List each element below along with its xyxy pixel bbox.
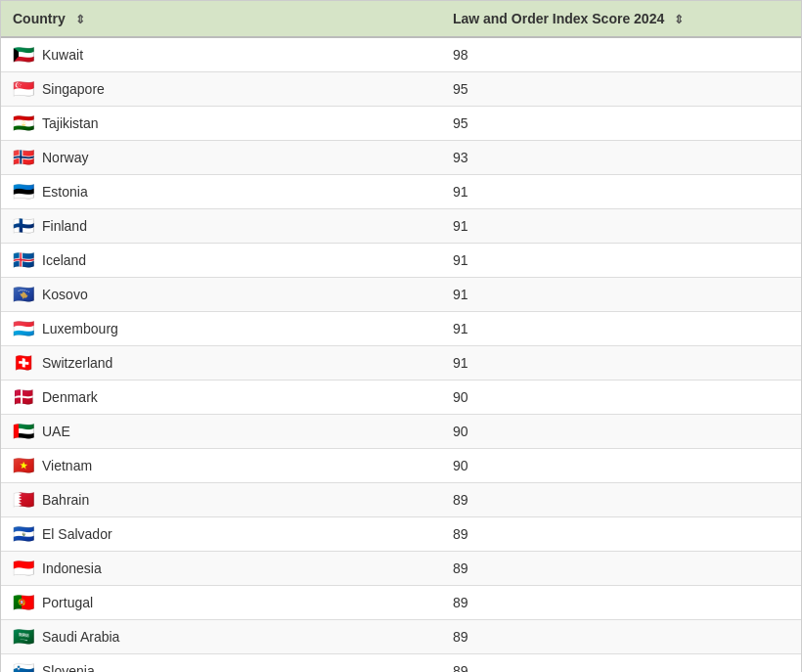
table-row: 🇫🇮 Finland 91 — [1, 209, 801, 244]
score-cell: 89 — [441, 552, 801, 586]
table-row: 🇦🇪 UAE 90 — [1, 415, 801, 449]
country-cell: 🇨🇭 Switzerland — [1, 346, 441, 381]
country-flag: 🇻🇳 — [13, 459, 34, 472]
score-cell: 89 — [441, 517, 801, 552]
country-flag: 🇽🇰 — [13, 288, 34, 301]
table-row: 🇸🇻 El Salvador 89 — [1, 517, 801, 552]
table-row: 🇩🇰 Denmark 90 — [1, 381, 801, 415]
law-order-table: Country ⇕ Law and Order Index Score 2024… — [1, 1, 801, 672]
country-cell: 🇧🇭 Bahrain — [1, 483, 441, 517]
country-name: Singapore — [42, 81, 105, 97]
country-flag: 🇩🇰 — [13, 390, 34, 404]
country-cell: 🇸🇻 El Salvador — [1, 517, 441, 552]
country-name: Iceland — [42, 252, 86, 268]
table-row: 🇻🇳 Vietnam 90 — [1, 449, 801, 483]
table-row: 🇪🇪 Estonia 91 — [1, 175, 801, 209]
country-cell: 🇸🇮 Slovenia — [1, 654, 441, 673]
country-name: Switzerland — [42, 355, 112, 371]
country-flag: 🇸🇻 — [13, 527, 34, 541]
country-flag: 🇹🇯 — [13, 116, 34, 130]
country-sort-icon: ⇕ — [75, 13, 85, 26]
country-flag: 🇦🇪 — [13, 425, 34, 438]
country-flag: 🇸🇬 — [13, 82, 34, 96]
country-cell: 🇮🇩 Indonesia — [1, 552, 441, 586]
country-flag: 🇳🇴 — [13, 151, 34, 164]
country-header-label: Country — [13, 11, 66, 26]
country-flag: 🇪🇪 — [13, 185, 34, 199]
score-column-header[interactable]: Law and Order Index Score 2024 ⇕ — [441, 1, 801, 37]
country-flag: 🇸🇦 — [13, 630, 34, 644]
country-flag: 🇵🇹 — [13, 596, 34, 609]
country-cell: 🇳🇴 Norway — [1, 141, 441, 175]
table-row: 🇮🇸 Iceland 91 — [1, 244, 801, 278]
country-flag: 🇮🇸 — [13, 253, 34, 267]
country-name: Slovenia — [42, 663, 95, 672]
score-cell: 89 — [441, 620, 801, 654]
country-flag: 🇸🇮 — [13, 664, 34, 672]
country-flag: 🇨🇭 — [13, 356, 34, 370]
table-row: 🇧🇭 Bahrain 89 — [1, 483, 801, 517]
country-column-header[interactable]: Country ⇕ — [1, 1, 441, 37]
score-cell: 93 — [441, 141, 801, 175]
table-row: 🇸🇦 Saudi Arabia 89 — [1, 620, 801, 654]
table-row: 🇹🇯 Tajikistan 95 — [1, 107, 801, 141]
country-name: Finland — [42, 218, 87, 234]
country-cell: 🇸🇬 Singapore — [1, 72, 441, 107]
score-cell: 89 — [441, 586, 801, 620]
score-cell: 95 — [441, 72, 801, 107]
country-name: Bahrain — [42, 492, 89, 508]
score-cell: 91 — [441, 175, 801, 209]
country-cell: 🇸🇦 Saudi Arabia — [1, 620, 441, 654]
country-flag: 🇱🇺 — [13, 322, 34, 336]
country-cell: 🇱🇺 Luxembourg — [1, 312, 441, 346]
score-cell: 95 — [441, 107, 801, 141]
country-flag: 🇫🇮 — [13, 219, 34, 233]
country-cell: 🇮🇸 Iceland — [1, 244, 441, 278]
country-cell: 🇫🇮 Finland — [1, 209, 441, 244]
score-cell: 90 — [441, 381, 801, 415]
table-row: 🇱🇺 Luxembourg 91 — [1, 312, 801, 346]
table-container: Country ⇕ Law and Order Index Score 2024… — [0, 0, 802, 672]
table-row: 🇸🇬 Singapore 95 — [1, 72, 801, 107]
score-cell: 90 — [441, 449, 801, 483]
country-name: UAE — [42, 424, 70, 439]
country-name: El Salvador — [42, 526, 112, 542]
table-row: 🇵🇹 Portugal 89 — [1, 586, 801, 620]
country-name: Indonesia — [42, 560, 102, 576]
score-sort-icon: ⇕ — [674, 13, 684, 26]
country-cell: 🇵🇹 Portugal — [1, 586, 441, 620]
country-name: Kuwait — [42, 47, 83, 63]
score-cell: 89 — [441, 654, 801, 673]
table-header-row: Country ⇕ Law and Order Index Score 2024… — [1, 1, 801, 37]
score-cell: 91 — [441, 278, 801, 312]
country-name: Saudi Arabia — [42, 629, 119, 645]
country-cell: 🇰🇼 Kuwait — [1, 37, 441, 72]
table-row: 🇽🇰 Kosovo 91 — [1, 278, 801, 312]
country-name: Vietnam — [42, 458, 92, 473]
table-row: 🇳🇴 Norway 93 — [1, 141, 801, 175]
country-cell: 🇻🇳 Vietnam — [1, 449, 441, 483]
country-flag: 🇮🇩 — [13, 561, 34, 575]
score-cell: 91 — [441, 244, 801, 278]
country-name: Tajikistan — [42, 115, 99, 131]
country-cell: 🇪🇪 Estonia — [1, 175, 441, 209]
country-name: Luxembourg — [42, 321, 118, 336]
table-row: 🇸🇮 Slovenia 89 — [1, 654, 801, 673]
country-cell: 🇹🇯 Tajikistan — [1, 107, 441, 141]
country-flag: 🇰🇼 — [13, 48, 34, 62]
country-name: Portugal — [42, 595, 93, 610]
table-row: 🇮🇩 Indonesia 89 — [1, 552, 801, 586]
country-name: Kosovo — [42, 287, 88, 302]
score-header-label: Law and Order Index Score 2024 — [453, 11, 664, 26]
country-name: Norway — [42, 150, 88, 165]
score-cell: 89 — [441, 483, 801, 517]
country-flag: 🇧🇭 — [13, 493, 34, 507]
score-cell: 98 — [441, 37, 801, 72]
country-cell: 🇩🇰 Denmark — [1, 381, 441, 415]
score-cell: 91 — [441, 209, 801, 244]
score-cell: 90 — [441, 415, 801, 449]
table-body: 🇰🇼 Kuwait 98 🇸🇬 Singapore 95 🇹🇯 Tajikist… — [1, 37, 801, 672]
table-row: 🇰🇼 Kuwait 98 — [1, 37, 801, 72]
score-cell: 91 — [441, 312, 801, 346]
country-cell: 🇦🇪 UAE — [1, 415, 441, 449]
